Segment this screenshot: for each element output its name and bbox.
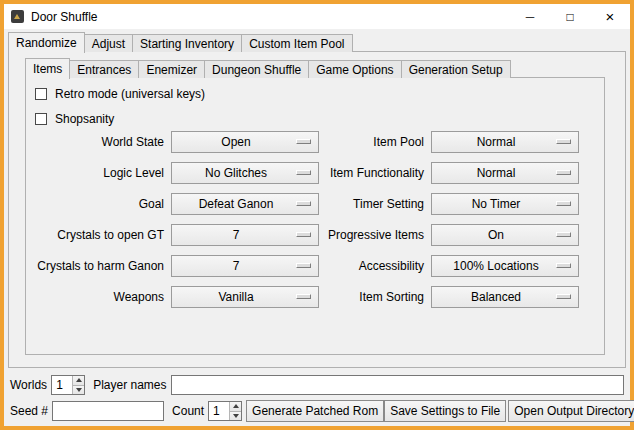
logic-level-value: No Glitches xyxy=(205,166,267,180)
count-label: Count xyxy=(172,404,204,418)
worlds-spinner-buttons xyxy=(72,376,84,394)
crystals-gt-value: 7 xyxy=(233,228,240,242)
dropdown-indicator-icon xyxy=(556,232,571,237)
retro-mode-checkbox[interactable] xyxy=(35,88,47,100)
player-names-label: Player names xyxy=(93,378,166,392)
crystals-ganon-dropdown[interactable]: 7 xyxy=(171,255,319,277)
item-functionality-value: Normal xyxy=(477,166,516,180)
dropdown-indicator-icon xyxy=(556,170,571,175)
minimize-icon: ─ xyxy=(526,10,535,24)
client-area: Randomize Adjust Starting Inventory Cust… xyxy=(4,29,630,426)
maximize-icon: □ xyxy=(566,10,573,24)
worlds-spin-up-button[interactable] xyxy=(73,376,84,385)
dropdown-indicator-icon xyxy=(556,139,571,144)
shopsanity-checkbox[interactable] xyxy=(35,113,47,125)
worlds-spinner[interactable]: 1 xyxy=(51,375,85,395)
arrow-down-icon xyxy=(233,414,239,418)
bottom-bar: Worlds 1 Player names Seed # Count 1 xyxy=(8,370,626,426)
subtab-enemizer[interactable]: Enemizer xyxy=(138,60,205,78)
arrow-down-icon xyxy=(76,388,82,392)
items-tab-pane: Retro mode (universal keys) Shopsanity W… xyxy=(25,77,605,355)
weapons-value: Vanilla xyxy=(218,290,253,304)
count-value: 1 xyxy=(209,402,229,420)
dropdown-indicator-icon xyxy=(296,294,311,299)
goal-dropdown[interactable]: Defeat Ganon xyxy=(171,193,319,215)
count-spin-down-button[interactable] xyxy=(230,411,241,421)
accessibility-value: 100% Locations xyxy=(453,259,538,273)
crystals-ganon-label: Crystals to harm Ganon xyxy=(28,259,164,273)
timer-setting-label: Timer Setting xyxy=(326,197,424,211)
player-names-input[interactable] xyxy=(171,375,625,395)
world-state-dropdown[interactable]: Open xyxy=(171,131,319,153)
door-shuffle-window: Door Shuffle ─ □ × Randomize Adjust Star… xyxy=(0,0,634,430)
subtab-items[interactable]: Items xyxy=(25,58,70,79)
subtab-dungeon-shuffle[interactable]: Dungeon Shuffle xyxy=(204,60,309,78)
retro-mode-row: Retro mode (universal keys) xyxy=(35,87,205,101)
goal-label: Goal xyxy=(28,197,164,211)
logic-level-label: Logic Level xyxy=(28,166,164,180)
window-title: Door Shuffle xyxy=(31,10,98,24)
accessibility-label: Accessibility xyxy=(326,259,424,273)
open-output-directory-button[interactable]: Open Output Directory xyxy=(508,400,634,422)
item-sorting-label: Item Sorting xyxy=(326,290,424,304)
worlds-value: 1 xyxy=(52,376,72,394)
weapons-dropdown[interactable]: Vanilla xyxy=(171,286,319,308)
dropdown-indicator-icon xyxy=(296,170,311,175)
minimize-button[interactable]: ─ xyxy=(510,4,550,29)
progressive-items-dropdown[interactable]: On xyxy=(431,224,579,246)
accessibility-dropdown[interactable]: 100% Locations xyxy=(431,255,579,277)
timer-setting-dropdown[interactable]: No Timer xyxy=(431,193,579,215)
window-controls: ─ □ × xyxy=(510,4,630,29)
subtab-generation-setup[interactable]: Generation Setup xyxy=(401,60,511,78)
arrow-up-icon xyxy=(233,404,239,408)
logic-level-dropdown[interactable]: No Glitches xyxy=(171,162,319,184)
randomize-tab-pane: Items Entrances Enemizer Dungeon Shuffle… xyxy=(8,51,626,368)
world-state-label: World State xyxy=(28,135,164,149)
generate-patched-rom-button[interactable]: Generate Patched Rom xyxy=(246,400,384,422)
seed-row: Seed # Count 1 Generate Patched Rom Save… xyxy=(10,400,624,422)
world-state-value: Open xyxy=(221,135,250,149)
item-pool-value: Normal xyxy=(477,135,516,149)
item-functionality-label: Item Functionality xyxy=(326,166,424,180)
seed-input[interactable] xyxy=(52,401,164,421)
shopsanity-row: Shopsanity xyxy=(35,112,114,126)
dropdown-indicator-icon xyxy=(556,263,571,268)
count-spinner-buttons xyxy=(229,402,241,420)
tab-custom-item-pool[interactable]: Custom Item Pool xyxy=(241,34,352,52)
count-spinner[interactable]: 1 xyxy=(208,401,242,421)
item-functionality-dropdown[interactable]: Normal xyxy=(431,162,579,184)
item-pool-dropdown[interactable]: Normal xyxy=(431,131,579,153)
dropdown-indicator-icon xyxy=(296,232,311,237)
item-sorting-value: Balanced xyxy=(471,290,521,304)
tab-adjust[interactable]: Adjust xyxy=(84,34,133,52)
shopsanity-label: Shopsanity xyxy=(55,112,114,126)
subtab-game-options[interactable]: Game Options xyxy=(308,60,401,78)
weapons-label: Weapons xyxy=(28,290,164,304)
close-icon: × xyxy=(606,8,615,25)
worlds-label: Worlds xyxy=(10,378,47,392)
dropdown-indicator-icon xyxy=(296,201,311,206)
goal-value: Defeat Ganon xyxy=(199,197,274,211)
dropdown-indicator-icon xyxy=(296,263,311,268)
maximize-button[interactable]: □ xyxy=(550,4,590,29)
dropdown-indicator-icon xyxy=(556,201,571,206)
main-tab-bar: Randomize Adjust Starting Inventory Cust… xyxy=(8,31,353,52)
timer-setting-value: No Timer xyxy=(472,197,521,211)
subtab-entrances[interactable]: Entrances xyxy=(69,60,139,78)
close-button[interactable]: × xyxy=(590,4,630,29)
seed-label: Seed # xyxy=(10,404,48,418)
titlebar[interactable]: Door Shuffle ─ □ × xyxy=(4,4,630,29)
item-sorting-dropdown[interactable]: Balanced xyxy=(431,286,579,308)
arrow-up-icon xyxy=(76,378,82,382)
crystals-gt-dropdown[interactable]: 7 xyxy=(171,224,319,246)
worlds-spin-down-button[interactable] xyxy=(73,385,84,395)
retro-mode-label: Retro mode (universal keys) xyxy=(55,87,205,101)
progressive-items-value: On xyxy=(488,228,504,242)
save-settings-button[interactable]: Save Settings to File xyxy=(384,400,506,422)
dropdown-indicator-icon xyxy=(556,294,571,299)
dropdown-indicator-icon xyxy=(296,139,311,144)
tab-randomize[interactable]: Randomize xyxy=(8,32,85,53)
tab-starting-inventory[interactable]: Starting Inventory xyxy=(132,34,242,52)
settings-grid: World State Open Item Pool Normal Logic … xyxy=(28,131,579,308)
count-spin-up-button[interactable] xyxy=(230,402,241,411)
